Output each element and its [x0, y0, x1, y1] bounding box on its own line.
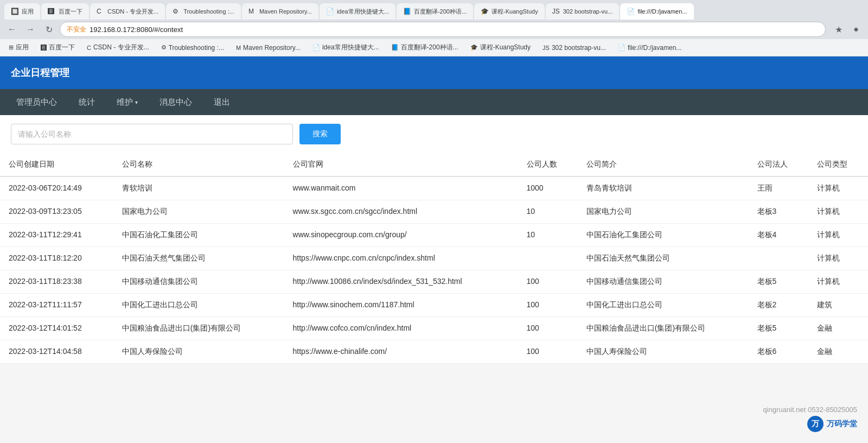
browser-tab-tab-kuang[interactable]: 🎓课程-KuangStudy — [474, 3, 545, 20]
cell-type-7: 金融 — [808, 340, 868, 364]
profile-icon[interactable]: ● — [848, 22, 864, 37]
cell-name-4: 中国移动通信集团公司 — [113, 270, 284, 294]
browser-tab-tab-fanyi[interactable]: 📘百度翻译-200种语... — [397, 3, 473, 20]
tab-label: CSDN - 专业开发... — [107, 8, 158, 16]
cell-count-7: 100 — [518, 340, 578, 364]
cell-legal-1: 老板3 — [749, 200, 808, 224]
cell-type-2: 计算机 — [808, 224, 868, 247]
bookmark-label: 百度一下 — [49, 43, 75, 52]
bookmark-label: Maven Repository... — [243, 44, 301, 52]
cell-count-2: 10 — [518, 224, 578, 247]
tab-favicon: 🎓 — [481, 8, 488, 15]
browser-tab-tab-idea[interactable]: 📄idea常用快捷键大... — [320, 3, 395, 20]
cell-desc-3: 中国石油天然气集团公司 — [578, 247, 749, 270]
cell-date-4: 2022-03-11T18:23:38 — [0, 270, 113, 294]
tab-label: 302 bootstrap-vu... — [563, 8, 613, 15]
cell-legal-4: 老板5 — [749, 270, 808, 294]
browser-tab-tab-trouble[interactable]: ⚙Troubleshooting :... — [166, 3, 241, 20]
cell-count-6: 100 — [518, 317, 578, 340]
cell-date-2: 2022-03-11T12:29:41 — [0, 224, 113, 247]
nav-stats[interactable]: 统计 — [68, 89, 106, 115]
tab-favicon: 🅱 — [48, 8, 55, 15]
cell-website-0: www.wanmait.com — [284, 176, 518, 200]
table-row-7: 2022-03-12T14:04:58中国人寿保险公司https://www.e… — [0, 340, 868, 364]
cell-desc-2: 中国石油化工集团公司 — [578, 224, 749, 247]
col-website-header: 公司官网 — [284, 153, 518, 176]
cell-legal-6: 老板5 — [749, 317, 808, 340]
cell-type-5: 建筑 — [808, 294, 868, 317]
bookmark-bm-idea[interactable]: 📄idea常用快捷键大... — [308, 41, 384, 54]
browser-action-icons: ★ ● — [831, 22, 864, 37]
bookmark-icon[interactable]: ★ — [831, 22, 846, 37]
cell-date-3: 2022-03-11T18:12:20 — [0, 247, 113, 270]
browser-tab-tab-maven[interactable]: MMaven Repository... — [242, 3, 318, 20]
browser-tab-tab-baidu[interactable]: 🅱百度一下 — [41, 3, 89, 20]
search-input[interactable] — [11, 124, 293, 144]
tab-label: idea常用快捷键大... — [337, 8, 389, 16]
cell-count-0: 1000 — [518, 176, 578, 200]
browser-tab-tab-1[interactable]: 🔲应用 — [4, 3, 40, 20]
cell-desc-6: 中国粮油食品进出口(集团)有限公司 — [578, 317, 749, 340]
bookmark-bm-maven[interactable]: MMaven Repository... — [232, 42, 305, 53]
app-wrapper: 企业日程管理 管理员中心统计维护 ▾消息中心退出 搜索 公司创建日期公司名称公司… — [0, 56, 868, 364]
bookmark-bm-file[interactable]: 📄file:///D:/javamen... — [614, 42, 686, 53]
bookmark-label: CSDN - 专业开发... — [93, 43, 149, 52]
bookmark-favicon: C — [87, 45, 91, 51]
tab-label: 应用 — [22, 8, 34, 16]
cell-count-1: 10 — [518, 200, 578, 224]
bookmark-favicon: 📄 — [618, 44, 626, 51]
nav-logout[interactable]: 退出 — [203, 89, 241, 115]
nav-admin[interactable]: 管理员中心 — [5, 89, 68, 115]
browser-tabs: 🔲应用🅱百度一下CCSDN - 专业开发...⚙Troubleshooting … — [0, 0, 868, 20]
bookmark-favicon: 📄 — [312, 44, 320, 51]
url-bar: 不安全 192.168.0.172:8080/#/context — [60, 22, 826, 37]
tab-favicon: M — [248, 8, 256, 15]
tab-favicon: 📘 — [403, 8, 411, 15]
reload-button[interactable]: ↻ — [41, 22, 56, 37]
bookmark-bm-apps[interactable]: ⊞应用 — [4, 41, 33, 54]
tab-favicon: 📄 — [326, 8, 334, 15]
bookmark-bm-bs[interactable]: JS302 bootstrap-vu... — [538, 42, 610, 53]
bookmark-label: 百度翻译-200种语... — [401, 43, 458, 52]
cell-legal-3 — [749, 247, 808, 270]
browser-tab-tab-bs[interactable]: JS302 bootstrap-vu... — [546, 3, 620, 20]
col-type-header: 公司类型 — [808, 153, 868, 176]
cell-date-1: 2022-03-09T13:23:05 — [0, 200, 113, 224]
cell-website-2: www.sinopecgroup.com.cn/group/ — [284, 224, 518, 247]
company-table-wrapper: 公司创建日期公司名称公司官网公司人数公司简介公司法人公司类型 2022-03-0… — [0, 153, 868, 364]
bookmark-bm-baidu[interactable]: 🅱百度一下 — [36, 41, 79, 54]
table-row-0: 2022-03-06T20:14:49青软培训www.wanmait.com10… — [0, 176, 868, 200]
bookmark-favicon: M — [236, 45, 241, 51]
col-desc-header: 公司简介 — [578, 153, 749, 176]
search-button[interactable]: 搜索 — [299, 124, 341, 144]
cell-date-5: 2022-03-12T11:11:57 — [0, 294, 113, 317]
cell-name-7: 中国人寿保险公司 — [113, 340, 284, 364]
bookmark-label: 应用 — [16, 43, 29, 52]
cell-date-0: 2022-03-06T20:14:49 — [0, 176, 113, 200]
bookmark-favicon: 🅱 — [41, 45, 47, 51]
tab-label: 百度翻译-200种语... — [414, 8, 467, 16]
col-count-header: 公司人数 — [518, 153, 578, 176]
bookmark-bm-kuang[interactable]: 🎓课程-KuangStudy — [466, 41, 535, 54]
bookmark-bm-csdn[interactable]: CCSDN - 专业开发... — [82, 41, 154, 54]
cell-name-0: 青软培训 — [113, 176, 284, 200]
cell-date-7: 2022-03-12T14:04:58 — [0, 340, 113, 364]
tab-favicon: ⚙ — [173, 8, 180, 15]
company-table: 公司创建日期公司名称公司官网公司人数公司简介公司法人公司类型 2022-03-0… — [0, 153, 868, 364]
bookmark-bm-trouble[interactable]: ⚙Troubleshooting :... — [157, 42, 228, 53]
forward-button[interactable]: → — [23, 22, 38, 37]
cell-legal-0: 王雨 — [749, 176, 808, 200]
bookmark-label: file:///D:/javamen... — [628, 44, 681, 52]
browser-tab-tab-csdn[interactable]: CCSDN - 专业开发... — [90, 3, 165, 20]
browser-tab-tab-file[interactable]: 📄file:///D:/javamen... — [620, 3, 693, 20]
tab-label: Maven Repository... — [259, 8, 312, 15]
bookmark-bm-fanyi[interactable]: 📘百度翻译-200种语... — [387, 41, 463, 54]
cell-desc-1: 国家电力公司 — [578, 200, 749, 224]
nav-message[interactable]: 消息中心 — [149, 89, 203, 115]
nav-maintain[interactable]: 维护 ▾ — [106, 89, 149, 115]
search-bar: 搜索 — [0, 115, 868, 153]
cell-desc-7: 中国人寿保险公司 — [578, 340, 749, 364]
cell-name-1: 国家电力公司 — [113, 200, 284, 224]
back-button[interactable]: ← — [4, 22, 20, 37]
bookmark-favicon: 🎓 — [470, 44, 478, 51]
